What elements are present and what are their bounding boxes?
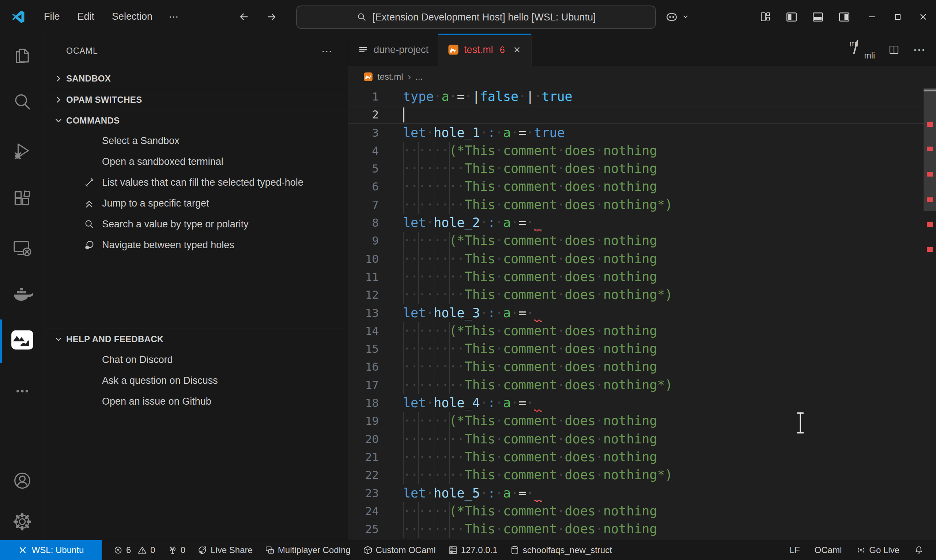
activity-item-run-debug[interactable] <box>0 129 45 172</box>
menu-edit[interactable]: Edit <box>69 11 103 23</box>
language-indicator[interactable]: OCaml <box>811 545 846 555</box>
code-line-4[interactable]: ······(*This·comment·does·nothing <box>403 142 921 160</box>
toggle-secondary-sidebar-icon[interactable] <box>838 11 850 23</box>
scrollbar[interactable] <box>924 88 936 540</box>
code-line-6[interactable]: ········This·comment·does·nothing <box>403 178 921 195</box>
code-line-19[interactable]: ······(*This·comment·does·nothing <box>403 412 921 430</box>
code-line-7[interactable]: ········This·comment·does·nothing*) <box>403 196 921 214</box>
live-share[interactable]: Live Share <box>194 545 256 555</box>
activity-item-more[interactable] <box>0 370 45 412</box>
notifications[interactable] <box>910 545 927 555</box>
copilot-icon[interactable] <box>665 11 678 23</box>
command-center[interactable]: [Extension Development Host] hello [WSL:… <box>296 6 656 29</box>
code-token: This <box>465 378 496 392</box>
code-line-16[interactable]: ········This·comment·does·nothing <box>403 358 921 376</box>
sidebar-item[interactable]: Chat on Discord <box>45 349 348 370</box>
code-line-12[interactable]: ········This·comment·does·nothing*) <box>403 286 921 304</box>
toggle-panel-icon[interactable] <box>812 11 824 23</box>
sidebar-item[interactable]: Ask a question on Discuss <box>45 370 348 391</box>
sidebar-item[interactable]: List values that can fill the selected t… <box>45 172 348 193</box>
code-line-17[interactable]: ········This·comment·does·nothing*) <box>403 376 921 394</box>
breadcrumb-file[interactable]: test.ml <box>377 72 403 82</box>
tab-close-icon[interactable] <box>512 45 522 54</box>
code-token: let <box>403 215 426 230</box>
section-header-opam-switches[interactable]: OPAM SWITCHES <box>45 89 348 110</box>
section-header-help-and-feedback[interactable]: HELP AND FEEDBACK <box>45 329 348 349</box>
maximize-button[interactable] <box>885 0 910 34</box>
database-name[interactable]: schoolfaqs_new_struct <box>506 545 616 555</box>
activity-item-search[interactable] <box>0 81 45 123</box>
error-mark <box>927 122 933 127</box>
ml-mli-switch-button[interactable]: ml / mli <box>848 39 875 61</box>
menu-file[interactable]: File <box>35 11 69 23</box>
activity-item-settings[interactable] <box>0 500 45 543</box>
editor-more-actions-button[interactable]: ⋯ <box>913 42 927 57</box>
go-live[interactable]: Go Live <box>853 545 903 555</box>
code-line-2[interactable] <box>403 106 921 123</box>
code-line-22[interactable]: ········This·comment·does·nothing*) <box>403 466 921 484</box>
problems-errors[interactable]: 6 <box>110 545 132 555</box>
activity-item-ocaml[interactable] <box>0 319 45 361</box>
multiplayer-coding[interactable]: Multiplayer Coding <box>262 545 354 555</box>
breadcrumb-ellipsis[interactable]: ... <box>415 72 423 82</box>
code-token: : <box>488 215 496 230</box>
code-editor[interactable]: 1234567891011121314151617181920212223242… <box>348 88 936 540</box>
code-line-1[interactable]: type·a·=·|false·|·true <box>403 88 921 106</box>
sidebar-item[interactable]: Open an issue on Github <box>45 391 348 412</box>
sidebar-item[interactable]: Search a value by type or polarity <box>45 214 348 235</box>
whitespace-dots: · <box>496 161 503 176</box>
code-line-25[interactable]: ········This·comment·does·nothing <box>403 520 921 538</box>
section-header-sandbox[interactable]: SANDBOX <box>45 68 348 89</box>
code-line-11[interactable]: ········This·comment·does·nothing <box>403 268 921 286</box>
code-line-13[interactable]: let·hole_3·:·a·=·_ <box>403 304 921 322</box>
menu-selection[interactable]: Selection <box>103 11 161 23</box>
server-address[interactable]: 127.0.0.1 <box>445 545 501 555</box>
code-line-8[interactable]: let·hole_2·:·a·=·_ <box>403 214 921 232</box>
code-line-9[interactable]: ······(*This·comment·does·nothing <box>403 232 921 250</box>
code-token: This <box>465 359 496 374</box>
code-line-23[interactable]: let·hole_5·:·a·=·_ <box>403 484 921 502</box>
code-line-24[interactable]: ······(*This·comment·does·nothing <box>403 502 921 520</box>
code-line-20[interactable]: ········This·comment·does·nothing <box>403 430 921 448</box>
mouse-ibeam-cursor <box>796 412 805 434</box>
section-header-commands[interactable]: COMMANDS <box>45 110 348 131</box>
typed-hole: _ <box>534 306 542 320</box>
code-token: nothing*) <box>603 378 673 392</box>
minimize-button[interactable] <box>859 0 885 34</box>
activity-item-docker[interactable] <box>0 273 45 315</box>
code-line-10[interactable]: ········This·comment·does·nothing <box>403 250 921 268</box>
sidebar-item[interactable]: Jump to a specific target <box>45 193 348 214</box>
tab-dune-project[interactable]: dune-project <box>348 34 439 66</box>
split-editor-icon[interactable] <box>888 44 900 55</box>
code-line-21[interactable]: ········This·comment·does·nothing <box>403 448 921 466</box>
chevron-down-icon[interactable] <box>681 12 690 22</box>
customize-layout-icon[interactable] <box>760 11 771 23</box>
problems-warnings[interactable]: 0 <box>137 545 159 555</box>
ports[interactable]: 0 <box>164 545 189 555</box>
remote-indicator[interactable]: WSL: Ubuntu <box>0 540 102 560</box>
eol-indicator[interactable]: LF <box>786 545 804 555</box>
activity-item-remote-explorer[interactable] <box>0 227 45 269</box>
custom-ocaml[interactable]: Custom OCaml <box>359 545 439 555</box>
breadcrumb[interactable]: test.ml › ... <box>348 66 936 88</box>
activity-item-explorer[interactable] <box>0 35 45 77</box>
activity-item-extensions[interactable] <box>0 178 45 220</box>
forward-arrow-icon[interactable] <box>265 11 278 23</box>
code-line-18[interactable]: let·hole_4·:·a·=·_ <box>403 394 921 412</box>
sidebar-more-actions-button[interactable]: ⋯ <box>322 45 333 57</box>
close-button[interactable] <box>910 0 936 34</box>
code-line-14[interactable]: ······(*This·comment·does·nothing <box>403 322 921 340</box>
toggle-sidebar-icon[interactable] <box>785 11 798 23</box>
activity-item-account[interactable] <box>0 460 45 502</box>
sidebar-item[interactable]: Navigate between typed holes <box>45 235 348 255</box>
tab-test.ml[interactable]: test.ml6 <box>439 34 531 66</box>
code-line-3[interactable]: let·hole_1·:·a·=·true <box>403 124 921 142</box>
sidebar-item[interactable]: Select a Sandbox <box>45 131 348 151</box>
code-line-15[interactable]: ········This·comment·does·nothing <box>403 340 921 358</box>
error-mark <box>927 197 933 202</box>
sidebar-item[interactable]: Open a sandboxed terminal <box>45 151 348 172</box>
code-line-5[interactable]: ········This·comment·does·nothing <box>403 160 921 178</box>
back-arrow-icon[interactable] <box>238 11 250 23</box>
extensions-icon <box>13 190 32 209</box>
menubar-more-button[interactable]: ⋯ <box>161 11 187 23</box>
